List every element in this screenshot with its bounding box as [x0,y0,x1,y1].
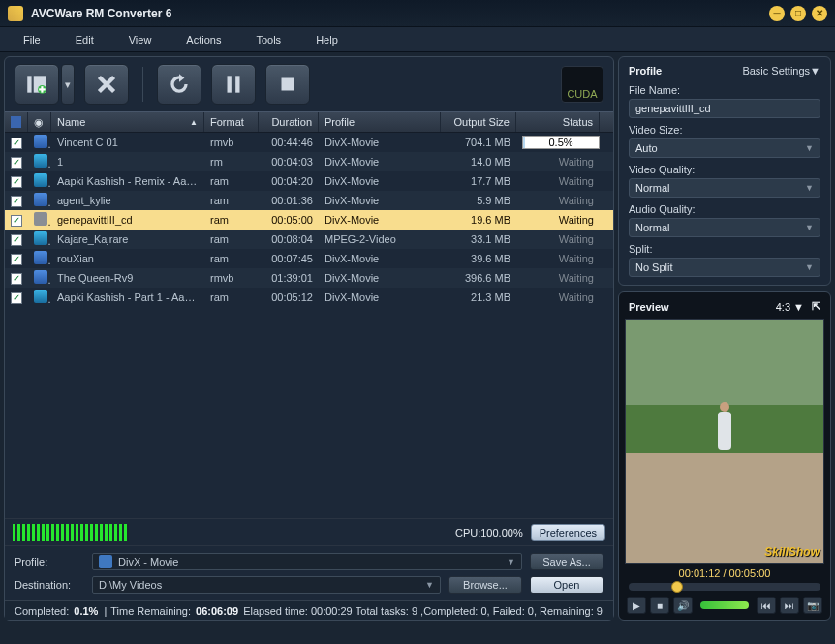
basic-settings-toggle[interactable]: Basic Settings▼ [742,65,820,77]
minimize-button[interactable]: ─ [769,6,785,21]
status-bar: Completed: 0.1% | Time Remaining: 06:06:… [5,600,613,620]
column-format[interactable]: Format [204,112,259,132]
cell-duration: 00:04:20 [259,175,319,187]
filename-input[interactable]: genepavittIII_cd [629,99,820,118]
cell-format: ram [204,175,259,187]
column-duration[interactable]: Duration [259,112,319,132]
cell-output: 14.0 MB [441,156,516,168]
table-row[interactable]: The.Queen-Rv9rmvb01:39:01DivX-Movie396.6… [5,268,613,288]
table-row[interactable]: Vincent C 01rmvb00:44:46DivX-Movie704.1 … [5,133,613,152]
maximize-button[interactable]: □ [790,6,806,21]
preferences-button[interactable]: Preferences [531,524,605,541]
table-row[interactable]: Aapki Kashish - Remix - Aashi...ram00:04… [5,171,613,191]
cell-name: Aapki Kashish - Part 1 - Aashi... [51,291,204,303]
cell-output: 39.6 MB [441,253,516,264]
menu-edit[interactable]: Edit [58,30,111,49]
convert-button[interactable] [157,64,201,105]
status-text: Waiting [559,195,594,206]
browse-button[interactable]: Browse... [448,576,522,594]
cell-profile: DivX-Movie [319,214,441,226]
pause-button[interactable] [211,64,256,105]
next-frame-button[interactable]: ⏭ [780,597,799,614]
profile-combo[interactable]: DivX - Movie▼ [92,553,522,570]
destination-combo[interactable]: D:\My Videos▼ [92,576,441,594]
cell-status: Waiting [516,233,600,245]
filetype-icon [34,173,47,187]
column-name[interactable]: Name▲ [51,112,204,132]
row-checkbox[interactable] [11,215,22,227]
row-checkbox[interactable] [11,176,22,188]
cell-name: genepavittIII_cd [51,214,204,226]
cell-status: Waiting [516,195,600,206]
popout-icon[interactable]: ⇱ [812,300,820,313]
column-type-icon[interactable]: ◉ [28,112,51,132]
column-output[interactable]: Output Size [441,112,516,132]
aspect-ratio-toggle[interactable]: 4:3 ▼ [776,301,804,313]
seek-thumb-icon[interactable] [671,581,683,593]
options-panel: Profile: DivX - Movie▼ Save As... Destin… [5,545,613,600]
list-header: ◉ Name▲ Format Duration Profile Output S… [5,111,613,133]
seek-slider[interactable] [629,583,820,591]
row-checkbox[interactable] [11,273,22,285]
table-row[interactable]: agent_kylieram00:01:36DivX-Movie5.9 MBWa… [5,191,613,210]
videosize-combo[interactable]: Auto▼ [629,138,820,158]
cell-output: 19.6 MB [441,214,516,226]
cell-name: rouXian [51,253,204,264]
table-row[interactable]: Aapki Kashish - Part 1 - Aashi...ram00:0… [5,288,613,307]
row-checkbox[interactable] [11,157,22,169]
cell-format: ram [204,214,259,226]
menu-actions[interactable]: Actions [169,30,238,49]
menu-help[interactable]: Help [298,30,356,49]
cell-format: ram [204,233,259,245]
stop-preview-button[interactable]: ■ [650,597,669,614]
table-row[interactable]: 1rm00:04:03DivX-Movie14.0 MBWaiting [5,152,613,171]
cell-name: The.Queen-Rv9 [51,272,204,284]
save-as-button[interactable]: Save As... [530,553,603,570]
preview-time: 00:01:12 / 00:05:00 [625,564,824,583]
cell-profile: DivX-Movie [319,272,441,284]
prev-frame-button[interactable]: ⏮ [757,597,776,614]
cell-name: 1 [51,156,204,168]
row-checkbox[interactable] [11,254,22,265]
cell-output: 21.3 MB [441,291,516,303]
snapshot-button[interactable]: 📷 [803,597,822,614]
cell-format: ram [204,195,259,206]
play-button[interactable]: ▶ [627,597,646,614]
cell-duration: 00:44:46 [259,137,319,148]
volume-icon[interactable]: 🔊 [673,597,693,614]
menu-tools[interactable]: Tools [238,30,298,49]
row-checkbox[interactable] [11,196,22,207]
videoquality-combo[interactable]: Normal▼ [629,178,820,198]
row-checkbox[interactable] [11,292,22,304]
file-list: Vincent C 01rmvb00:44:46DivX-Movie704.1 … [5,133,613,518]
menu-view[interactable]: View [111,30,170,49]
cell-output: 17.7 MB [441,175,516,187]
cuda-badge: CUDA [561,66,603,103]
open-button[interactable]: Open [530,576,603,594]
filetype-icon [34,270,47,284]
add-file-button[interactable] [15,64,59,105]
table-row[interactable]: Kajare_Kajrareram00:08:04MPEG-2-Video33.… [5,230,613,249]
select-all-checkbox[interactable] [11,116,21,128]
cell-format: ram [204,291,259,303]
column-status[interactable]: Status [516,112,600,132]
stop-button[interactable] [265,64,310,105]
menu-file[interactable]: File [6,30,58,49]
table-row[interactable]: rouXianram00:07:45DivX-Movie39.6 MBWaiti… [5,249,613,268]
audioquality-combo[interactable]: Normal▼ [629,218,820,237]
svg-rect-0 [27,76,31,92]
table-row[interactable]: genepavittIII_cdram00:05:00DivX-Movie19.… [5,210,613,230]
close-button[interactable]: ✕ [812,6,827,21]
row-checkbox[interactable] [11,138,22,149]
svg-rect-7 [282,78,294,91]
column-profile[interactable]: Profile [319,112,441,132]
preview-screen[interactable]: SkillShow [625,319,824,564]
split-combo[interactable]: No Split▼ [629,258,820,277]
remove-button[interactable] [84,64,129,105]
add-dropdown-button[interactable]: ▾ [61,64,75,105]
filetype-icon [34,290,47,303]
volume-slider[interactable] [700,601,749,609]
row-checkbox[interactable] [11,234,22,246]
split-label: Split: [629,243,820,255]
cell-output: 33.1 MB [441,233,516,245]
